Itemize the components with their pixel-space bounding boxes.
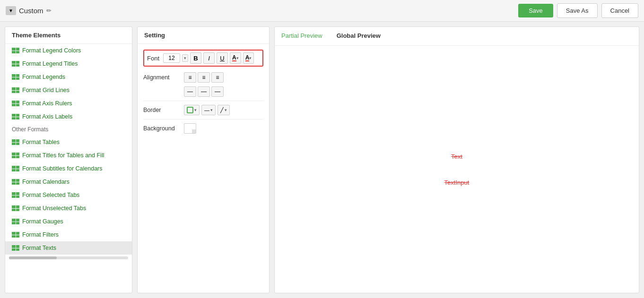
scrollbar-thumb [9,256,57,259]
save-as-button[interactable]: Save As [557,3,598,18]
save-button[interactable]: Save [518,4,553,17]
dropdown-arrow-button[interactable]: ▼ [6,6,16,15]
background-label: Background [143,125,181,132]
nav-item-label: Format Unselected Tabs [22,205,86,212]
font-size-a-label: A [232,55,236,61]
nav-item-format-titles-tables[interactable]: Format Titles for Tables and Fill [5,149,132,162]
vertical-alignment-group: — — — [184,86,224,97]
nav-item-label: Format Titles for Tables and Fill [22,152,104,159]
grid-icon [12,114,19,119]
nav-item-format-grid-lines[interactable]: Format Grid Lines [5,84,132,97]
nav-item-format-legend-colors[interactable]: Format Legend Colors [5,44,132,57]
nav-item-format-calendars[interactable]: Format Calendars [5,175,132,188]
top-bar-left: ▼ Custom ✏ [6,6,518,15]
font-size-input[interactable] [163,53,180,63]
font-toolbar: Font ▾ B I U A ▾ A ▾ [143,50,263,67]
nav-item-label: Format Calendars [22,179,70,185]
grid-icon [12,179,19,185]
scrollbar[interactable] [9,256,128,259]
nav-item-label: Format Filters [22,231,59,238]
align-center-button[interactable]: ≡ [198,72,210,83]
page-title: Custom [19,7,44,15]
nav-item-label: Format Grid Lines [22,87,70,94]
grid-icon [12,219,19,224]
top-bar: ▼ Custom ✏ Save Save As Cancel [0,0,644,22]
alignment-row: Alignment ≡ ≡ ≡ [143,72,263,83]
nav-item-label: Format Tables [22,139,60,145]
nav-item-label: Format Axis Rulers [22,100,72,107]
italic-button[interactable]: I [203,52,215,64]
nav-item-format-legends[interactable]: Format Legends [5,70,132,84]
grid-icon [12,245,19,251]
align-bottom-button[interactable]: — [211,86,224,97]
nav-item-format-unselected-tabs[interactable]: Format Unselected Tabs [5,202,132,215]
setting-body: Font ▾ B I U A ▾ A ▾ Alignment ≡ [138,44,269,143]
setting-header: Setting [138,27,269,44]
preview-body: Text TextInput [275,46,639,293]
alignment-label: Alignment [143,74,181,81]
border-width-icon: ╱ [220,107,224,113]
nav-item-format-filters[interactable]: Format Filters [5,228,132,241]
nav-item-format-texts[interactable]: Format Texts [5,241,132,255]
nav-item-format-gauges[interactable]: Format Gauges [5,215,132,228]
border-controls: ▾ — ▾ ╱ ▾ [184,105,230,115]
nav-item-format-subtitles-calendars[interactable]: Format Subtitles for Calendars [5,162,132,175]
bg-swatch-corner [192,129,196,133]
background-row: Background [143,123,263,134]
border-style-button[interactable]: — ▾ [201,105,216,115]
border-row: Border ▾ — ▾ ╱ ▾ [143,105,263,115]
border-width-button[interactable]: ╱ ▾ [218,105,230,115]
other-formats-section-label: Other Formats [5,123,132,136]
nav-item-label: Format Texts [22,245,56,251]
border-color-arrow: ▾ [194,108,197,112]
border-label: Border [143,107,181,113]
border-color-button[interactable]: ▾ [184,105,200,115]
grid-icon [12,205,19,211]
cancel-button[interactable]: Cancel [601,3,638,18]
left-panel: Theme Elements Format Legend Colors Form… [5,26,132,293]
main-content: Theme Elements Format Legend Colors Form… [0,22,644,298]
underline-button[interactable]: U [217,52,228,64]
background-color-swatch[interactable] [184,123,196,134]
nav-item-format-selected-tabs[interactable]: Format Selected Tabs [5,188,132,202]
global-preview-tab[interactable]: Global Preview [337,32,381,40]
border-width-arrow: ▾ [225,108,227,112]
font-color-dropdown-arrow-small: ▾ [249,56,252,60]
align-left-button[interactable]: ≡ [184,72,196,83]
border-color-swatch [187,107,193,113]
right-panel: Partial Preview Global Preview Text Text… [274,26,639,293]
nav-item-format-axis-labels[interactable]: Format Axis Labels [5,110,132,123]
align-middle-button[interactable]: — [198,86,210,97]
nav-item-format-tables[interactable]: Format Tables [5,136,132,149]
grid-icon [12,74,19,80]
font-size-color-button[interactable]: A ▾ [230,52,241,64]
border-style-arrow: ▾ [210,108,213,112]
font-color-a-label: A [245,55,250,61]
edit-icon[interactable]: ✏ [46,7,52,14]
top-bar-right: Save Save As Cancel [518,3,638,18]
nav-item-label: Format Selected Tabs [22,192,79,198]
divider [143,101,263,101]
preview-text-input: TextInput [444,179,470,186]
grid-icon [12,192,19,198]
bold-button[interactable]: B [190,52,201,64]
nav-item-label: Format Subtitles for Calendars [22,165,103,172]
nav-item-label: Format Gauges [22,218,63,225]
preview-text: Text [451,153,462,160]
grid-icon [12,139,19,145]
grid-icon [12,87,19,93]
alignment-group: ≡ ≡ ≡ [184,72,224,83]
align-top-button[interactable]: — [184,86,196,97]
font-label: Font [147,55,159,62]
nav-item-label: Format Axis Labels [22,113,72,120]
align-right-button[interactable]: ≡ [211,72,224,83]
font-color-button[interactable]: A ▾ [243,52,254,64]
nav-item-format-legend-titles[interactable]: Format Legend Titles [5,57,132,70]
partial-preview-tab[interactable]: Partial Preview [281,32,322,40]
middle-panel: Setting Font ▾ B I U A ▾ A ▾ [137,26,270,293]
grid-icon [12,48,19,53]
grid-icon [12,232,19,238]
nav-item-format-axis-rulers[interactable]: Format Axis Rulers [5,97,132,110]
nav-item-label: Format Legends [22,74,65,80]
font-size-dropdown-arrow[interactable]: ▾ [182,54,188,62]
